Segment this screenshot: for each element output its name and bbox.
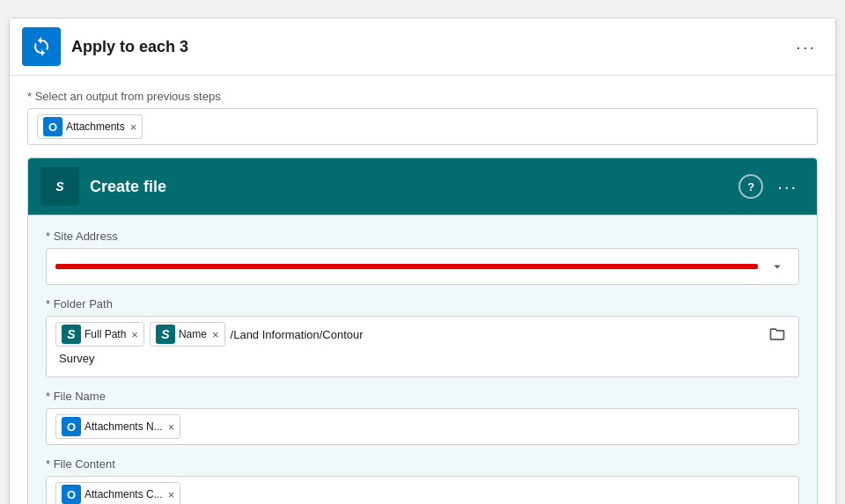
select-output-input[interactable]: O Attachments ×: [27, 108, 818, 145]
sharepoint-icon-name: S: [156, 325, 175, 344]
attachments-tag-label: Attachments: [66, 121, 125, 133]
file-name-input[interactable]: O Attachments N... ×: [46, 408, 799, 445]
filecontent-tag-close[interactable]: ×: [168, 489, 175, 500]
site-address-field[interactable]: [46, 248, 799, 285]
folder-browse-button[interactable]: [765, 322, 790, 347]
file-content-label: * File Content: [46, 457, 799, 471]
sharepoint-icon-header: S: [55, 179, 63, 194]
apply-to-each-container: Apply to each 3 ··· * Select an output f…: [9, 18, 836, 504]
filecontent-tag: O Attachments C... ×: [55, 482, 180, 504]
outlook-icon-filecontent: O: [62, 485, 81, 504]
create-file-container: S Create file ? ··· * Site Address: [27, 157, 818, 504]
name-tag: S Name ×: [150, 322, 225, 347]
folder-path-row2: Survey: [55, 352, 790, 365]
file-content-input[interactable]: O Attachments C... ×: [46, 476, 799, 504]
outlook-icon: O: [43, 117, 62, 136]
folder-path-row1: S Full Path × S Name ×: [55, 322, 790, 347]
folder-path-label: * Folder Path: [46, 297, 799, 310]
apply-menu-button[interactable]: ···: [789, 33, 823, 61]
folder-path-section: * Folder Path S Full Path ×: [46, 297, 799, 377]
full-path-tag: S Full Path ×: [55, 322, 144, 347]
site-address-value: [55, 264, 758, 269]
apply-title: Apply to each 3: [71, 38, 789, 56]
apply-body: * Select an output from previous steps O…: [10, 76, 835, 504]
filecontent-tag-label: Attachments C...: [84, 488, 163, 500]
filename-tag: O Attachments N... ×: [55, 414, 180, 439]
file-name-label: * File Name: [46, 390, 799, 403]
file-content-section: * File Content O Attachments C... ×: [46, 457, 799, 504]
select-output-section: * Select an output from previous steps O…: [27, 90, 818, 145]
filename-tag-label: Attachments N...: [84, 420, 163, 433]
create-file-menu-button[interactable]: ···: [770, 173, 805, 201]
name-tag-close[interactable]: ×: [212, 329, 219, 340]
full-path-tag-label: Full Path: [84, 328, 126, 340]
name-tag-label: Name: [179, 328, 207, 340]
create-file-body: * Site Address * Folder Path: [28, 215, 817, 504]
create-file-title: Create file: [90, 178, 738, 196]
file-name-section: * File Name O Attachments N... ×: [46, 390, 799, 445]
outlook-icon-filename: O: [62, 417, 81, 436]
folder-path-slash-text: /Land Information/Contour: [231, 328, 364, 341]
attachments-tag: O Attachments ×: [37, 114, 143, 139]
sharepoint-icon-fullpath: S: [62, 325, 81, 344]
help-button[interactable]: ?: [738, 174, 763, 199]
folder-path-field[interactable]: S Full Path × S Name ×: [46, 316, 799, 377]
create-file-icon-box: S: [40, 167, 79, 206]
loop-icon: [31, 36, 52, 57]
attachments-tag-close[interactable]: ×: [130, 121, 137, 133]
filename-tag-close[interactable]: ×: [168, 421, 175, 433]
apply-header: Apply to each 3 ···: [10, 18, 835, 76]
create-file-header: S Create file ? ···: [28, 158, 817, 215]
site-address-section: * Site Address: [46, 230, 799, 285]
site-address-label: * Site Address: [46, 230, 799, 243]
full-path-tag-close[interactable]: ×: [131, 329, 138, 340]
site-address-chevron[interactable]: [765, 254, 790, 279]
apply-icon-box: [22, 27, 61, 66]
select-output-label: * Select an output from previous steps: [27, 90, 818, 103]
